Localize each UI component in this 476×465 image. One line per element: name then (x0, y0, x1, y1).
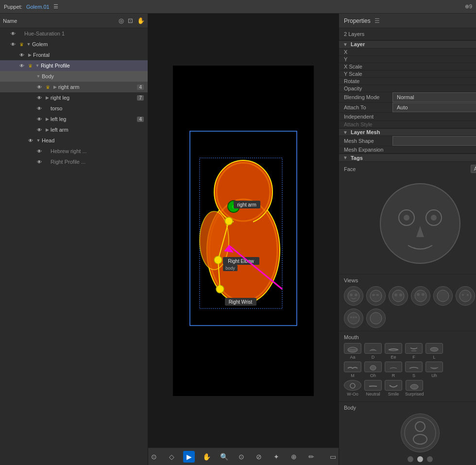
mouth-surprised[interactable]: Surprised (405, 380, 424, 396)
layer-item-rightleg[interactable]: 👁 ▶ right leg 7 (0, 92, 148, 103)
visibility-icon-frontal[interactable]: 👁 (17, 52, 26, 58)
mouth-s[interactable]: S (405, 362, 423, 378)
view-item-5[interactable] (433, 286, 453, 306)
visibility-icon-leftarm[interactable]: 👁 (35, 127, 44, 133)
mouth-f[interactable]: F (405, 343, 423, 360)
expand-icon-rightleg[interactable]: ▶ (44, 95, 51, 100)
visibility-icon-hebrewRight[interactable]: 👁 (35, 149, 44, 154)
mouth-oh[interactable]: Oh (364, 362, 382, 378)
view-item-6[interactable] (456, 286, 475, 306)
expand-icon-leftarm[interactable]: ▶ (44, 127, 51, 132)
view-item-8[interactable] (366, 309, 386, 328)
prop-rotate-value[interactable]: 0 (392, 78, 476, 84)
prop-xscale-value[interactable]: 100 (392, 64, 476, 69)
view-item-front[interactable] (344, 286, 363, 306)
mouth-uh[interactable]: Uh (425, 362, 443, 378)
visibility-icon-rightarm[interactable]: 👁 (35, 85, 44, 90)
expand-icon-leftleg[interactable]: ▶ (44, 117, 51, 121)
section-layer[interactable]: ▼ Layer (339, 40, 476, 49)
layer-item-hue[interactable]: 👁 Hue-Saturation 1 (0, 28, 148, 39)
layer-item-hebrewRight[interactable]: 👁 Hebrew right ... (0, 146, 148, 156)
section-layermesh[interactable]: ▼ Layer Mesh (339, 128, 476, 137)
mouth-d[interactable]: D (364, 343, 382, 360)
svg-point-47 (462, 294, 464, 296)
puppet-label: Puppet: (4, 4, 22, 10)
layer-item-leftarm[interactable]: 👁 ▶ left arm (0, 124, 148, 135)
menu-icon[interactable]: ☰ (53, 3, 58, 10)
layer-item-frontal[interactable]: 👁 ▶ Frontal (0, 50, 148, 60)
mouth-r[interactable]: R (385, 362, 402, 378)
mouth-m[interactable]: M (344, 362, 361, 378)
visibility-icon-torso[interactable]: 👁 (35, 106, 44, 111)
blendingmode-select[interactable]: Normal (392, 92, 476, 102)
layer-item-rightprofile2[interactable]: 👁 Right Profile ... (0, 156, 148, 167)
canvas-content[interactable]: ⚙ right arm Right Elbow body Right Wrist (148, 14, 339, 448)
visibility-icon-rightleg[interactable]: 👁 (35, 95, 44, 101)
tool-mesh[interactable]: ⊘ (253, 451, 265, 463)
expand-icon-rightprofile[interactable]: ▼ (34, 63, 41, 68)
mouth-ee[interactable]: Ee (385, 343, 402, 360)
tool-magnet[interactable]: ⊙ (148, 451, 160, 463)
properties-menu-icon[interactable]: ☰ (374, 17, 380, 24)
tags-content: Face A ☺ (339, 162, 476, 275)
prop-yscale-value[interactable]: 100 (392, 71, 476, 77)
layer-label-torso: torso (51, 105, 146, 111)
prop-meshexpansion-value[interactable]: 0 (392, 147, 476, 153)
svg-point-28 (404, 215, 409, 221)
tool-warp[interactable]: ✦ (271, 451, 282, 463)
svg-text:right arm: right arm (237, 202, 256, 207)
view-item-right[interactable] (389, 286, 408, 306)
body-dot-1[interactable] (408, 456, 413, 462)
layer-item-golem[interactable]: 👁 ♛ ▼ Golem (0, 39, 148, 50)
mouth-l[interactable]: L (425, 343, 443, 360)
prop-meshshape-label: Mesh Shape (344, 138, 392, 144)
visibility-icon-head[interactable]: 👁 (26, 138, 35, 143)
tool-pin[interactable]: ⊙ (236, 451, 247, 463)
body-dot-2[interactable] (417, 456, 423, 462)
tool-add[interactable]: ⊕ (288, 451, 300, 463)
tool-hand[interactable]: ✋ (201, 451, 212, 463)
expand-icon-golem[interactable]: ▼ (25, 42, 32, 47)
mouth-woo[interactable]: W-Oo (344, 380, 361, 396)
view-item-left[interactable] (366, 286, 386, 306)
visibility-icon-rightprofile[interactable]: 👁 (17, 63, 26, 69)
prop-opacity-value[interactable]: 100 (392, 86, 476, 91)
visibility-icon-body[interactable]: 👁 (26, 74, 35, 79)
mouth-aa[interactable]: Aa (344, 343, 361, 360)
visibility-icon-leftleg[interactable]: 👁 (35, 117, 44, 122)
lock-icon[interactable]: ✋ (137, 17, 145, 24)
mouth-neutral[interactable]: Neutral (364, 380, 382, 396)
prop-blendingmode: Blending Mode Normal (339, 92, 476, 103)
body-dot-3[interactable] (427, 456, 433, 462)
section-tags[interactable]: ▼ Tags (339, 154, 476, 162)
mouth-smile[interactable]: Smile (385, 380, 402, 396)
layer-item-leftleg[interactable]: 👁 ▶ left leg 4 (0, 114, 148, 124)
layer-item-rightprofile[interactable]: 👁 ♛ ▼ Right Profile (0, 60, 148, 71)
attachto-select[interactable]: Auto (392, 103, 476, 112)
visibility-icon-golem[interactable]: 👁 (9, 42, 17, 47)
layer-header-title: Name (3, 18, 116, 24)
view-item-7[interactable] (344, 309, 363, 328)
tool-draw[interactable]: ✏ (306, 451, 317, 463)
layer-item-body[interactable]: 👁 ▼ Body (0, 71, 148, 82)
expand-icon-rightarm[interactable]: ▶ (51, 85, 58, 89)
view-item-back[interactable] (411, 286, 430, 306)
layer-item-head[interactable]: 👁 ▼ Head (0, 135, 148, 146)
tool-diamond[interactable]: ◇ (166, 451, 177, 463)
solo-icon[interactable]: ⊡ (128, 17, 133, 24)
expand-icon-frontal[interactable]: ▶ (26, 52, 33, 57)
layer-item-torso[interactable]: 👁 torso (0, 103, 148, 114)
layer-item-rightarm[interactable]: 👁 ♛ ▶ right arm 4 (0, 82, 148, 92)
tool-frame[interactable]: ▭ (327, 451, 339, 463)
visibility-toggle-icon[interactable]: ◎ (119, 17, 124, 24)
tool-zoom[interactable]: 🔍 (218, 451, 230, 463)
crown-icon-rightprofile: ♛ (26, 63, 34, 69)
visibility-icon-hue[interactable]: 👁 (9, 31, 17, 36)
layer-label-rightprofile2: Right Profile ... (51, 159, 146, 165)
expand-icon-body[interactable]: ▼ (35, 74, 42, 79)
tag-btn-a[interactable]: A (471, 165, 476, 173)
expand-icon-head[interactable]: ▼ (35, 138, 42, 143)
tool-select[interactable]: ▶ (183, 451, 195, 463)
visibility-icon-rightprofile2[interactable]: 👁 (35, 159, 44, 165)
meshshape-select[interactable] (392, 136, 476, 146)
